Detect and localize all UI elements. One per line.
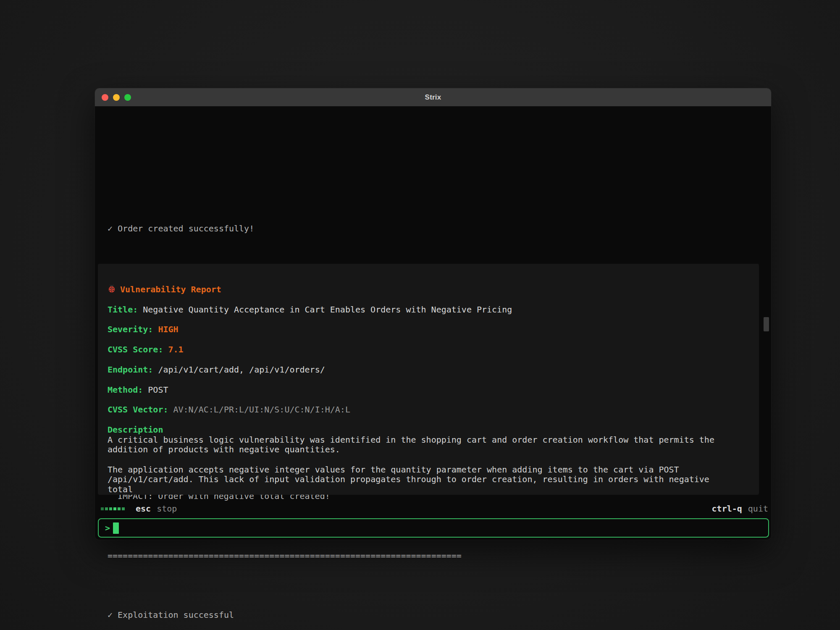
field-value: POST (148, 385, 168, 395)
field-label: Title: (108, 304, 138, 315)
report-header: Vulnerability Report (108, 284, 734, 295)
description-paragraph-1: A critical business logic vulnerability … (108, 435, 734, 455)
traffic-lights (102, 88, 131, 106)
titlebar[interactable]: Strix (95, 88, 771, 106)
cvss-score-value: 7.1 (168, 344, 183, 354)
esc-action-label: stop (157, 504, 177, 514)
text-cursor (113, 522, 119, 534)
report-field-title: Title:Negative Quantity Acceptance in Ca… (108, 305, 734, 315)
report-field-severity: Severity:HIGH (108, 325, 734, 335)
field-label: Method: (108, 385, 143, 395)
scrollbar-thumb[interactable] (764, 317, 769, 331)
quit-action-label: quit (748, 504, 768, 514)
severity-badge: HIGH (158, 324, 178, 334)
zoom-window-button[interactable] (124, 94, 131, 101)
exploitation-success-line: ✓ Exploitation successful (108, 610, 759, 620)
field-label: Endpoint: (108, 365, 153, 375)
cvss-vector-value: AV:N/AC:L/PR:L/UI:N/S:U/C:N/I:H/A:L (173, 404, 350, 415)
window-title: Strix (425, 93, 441, 102)
separator-line: ========================================… (108, 551, 759, 561)
report-field-cvss-score: CVSS Score:7.1 (108, 345, 734, 355)
field-label: CVSS Score: (108, 344, 163, 354)
status-bar: esc stop ctrl-q quit (98, 503, 768, 514)
esc-key-hint[interactable]: esc (136, 504, 151, 514)
prompt-icon: > (105, 523, 110, 533)
command-input[interactable]: > (98, 518, 769, 538)
minimize-window-button[interactable] (113, 94, 120, 101)
field-value: Negative Quantity Acceptance in Cart Ena… (143, 304, 512, 315)
order-success-line: ✓ Order created successfully! (108, 224, 759, 234)
report-field-method: Method:POST (108, 385, 734, 395)
report-field-endpoint: Endpoint:/api/v1/cart/add, /api/v1/order… (108, 365, 734, 375)
field-label: CVSS Vector: (108, 404, 168, 415)
report-title: Vulnerability Report (120, 285, 221, 295)
bug-icon (108, 284, 116, 295)
activity-spinner-icon (101, 507, 125, 510)
app-window: Strix ✓ Order created successfully! ====… (95, 88, 771, 540)
vulnerability-report-panel: Vulnerability Report Title:Negative Quan… (98, 264, 759, 495)
description-heading: Description (108, 425, 734, 435)
description-paragraph-2: The application accepts negative integer… (108, 465, 734, 495)
report-field-cvss-vector: CVSS Vector:AV:N/AC:L/PR:L/UI:N/S:U/C:N/… (108, 405, 734, 415)
quit-hint-group: ctrl-q quit (712, 504, 768, 514)
close-window-button[interactable] (102, 94, 108, 101)
ctrl-q-key-hint[interactable]: ctrl-q (712, 504, 742, 514)
field-label: Severity: (108, 324, 153, 334)
field-value: /api/v1/cart/add, /api/v1/orders/ (158, 365, 325, 375)
